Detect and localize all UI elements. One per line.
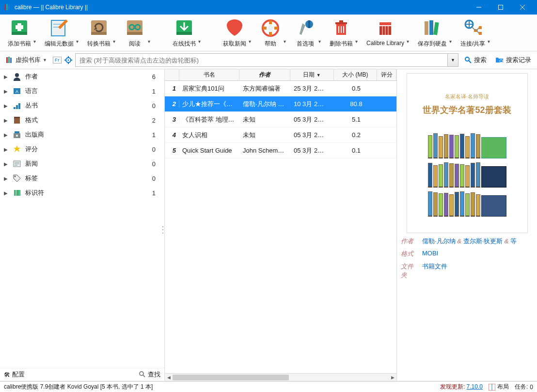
- toolbar-add-books[interactable]: 添加书籍▾: [3, 16, 36, 49]
- author-link[interactable]: 查尔斯·狄更斯: [463, 237, 503, 245]
- toolbar-edit-meta[interactable]: 编辑元数据▾: [40, 16, 79, 49]
- svg-rect-71: [16, 105, 18, 109]
- folder-link[interactable]: 书籍文件: [422, 263, 447, 270]
- sidebar-item-publisher[interactable]: ▶出版商1: [0, 127, 164, 142]
- search-dropdown-button[interactable]: ▼: [448, 53, 458, 67]
- column-header-rating[interactable]: 评分: [377, 69, 396, 80]
- toolbar-library[interactable]: Calibre Library▾: [362, 16, 409, 49]
- svg-rect-10: [16, 25, 23, 29]
- svg-rect-37: [379, 22, 391, 25]
- sidebar-item-label: 格式: [25, 116, 148, 125]
- author-link[interactable]: 儒勒·凡尔纳: [422, 237, 456, 245]
- toolbar-label: 添加书籍: [8, 40, 31, 48]
- sidebar-item-count: 1: [152, 131, 160, 139]
- sidebar-item-count: 0: [152, 102, 160, 110]
- status-bar: calibre便携版 7.9创建者 Kovid Goyal [5 本书, 选中了…: [0, 381, 537, 392]
- cell-title: 女人识相: [179, 131, 240, 140]
- svg-line-52: [477, 28, 479, 31]
- author-link[interactable]: 等: [510, 237, 517, 245]
- jobs-indicator[interactable]: 任务: 0: [515, 383, 533, 391]
- toolbar-find-online[interactable]: 在线找书▾: [168, 16, 201, 49]
- table-row[interactable]: 5Quick Start GuideJohn Schem…05 3月 2…0.1: [165, 143, 396, 158]
- toolbar-convert[interactable]: 转换书籍▾: [82, 16, 115, 49]
- table-row[interactable]: 3《百科荟萃 地理…未知05 3月 2…5.1: [165, 112, 396, 127]
- find-label: 查找: [148, 370, 160, 379]
- toolbar-save-disk[interactable]: 保存到硬盘▾: [413, 16, 452, 49]
- folder-search-icon: [495, 56, 504, 64]
- cell-index: 1: [165, 85, 179, 92]
- window-title: calibre — || Calibre Library ||: [15, 4, 468, 11]
- update-version-link[interactable]: 7.10.0: [467, 383, 483, 390]
- toolbar-help[interactable]: 帮助▾: [255, 16, 286, 49]
- svg-text:A: A: [16, 89, 18, 94]
- search-button[interactable]: 搜索: [461, 55, 490, 65]
- column-header-size[interactable]: 大小 (MB): [334, 69, 378, 80]
- svg-point-77: [16, 135, 18, 137]
- column-header-index[interactable]: [165, 69, 179, 80]
- search-history-button[interactable]: 搜索记录: [492, 55, 534, 65]
- chevron-down-icon: ▾: [284, 39, 286, 44]
- author-links: 儒勒·凡尔纳 & 查尔斯·狄更斯 & 等: [422, 237, 517, 246]
- cell-size: 5.1: [334, 116, 378, 123]
- sidebar-item-author[interactable]: ▶作者6: [0, 69, 164, 84]
- table-row[interactable]: 1居家宝典101问东方闻睿编著25 3月 2…0.5: [165, 81, 396, 96]
- configure-button[interactable]: 🛠 配置: [4, 370, 25, 379]
- minimize-button[interactable]: [468, 0, 490, 15]
- toolbar-connect[interactable]: 连接/共享▾: [456, 16, 490, 49]
- publisher-icon: [13, 130, 21, 139]
- tag-browser: ▶作者6▶A语言1▶丛书0▶格式2▶出版商1▶评分0▶新闻0▶标签0▶标识符1 …: [0, 69, 165, 381]
- maximize-button[interactable]: [490, 0, 511, 15]
- sidebar-item-series[interactable]: ▶丛书0: [0, 98, 164, 113]
- sidebar-item-format[interactable]: ▶格式2: [0, 113, 164, 127]
- chevron-down-icon: ▾: [249, 39, 251, 44]
- toolbar-fetch-news[interactable]: 获取新闻▾: [218, 16, 251, 49]
- search-input[interactable]: [75, 53, 448, 67]
- layout-button[interactable]: 布局: [489, 383, 509, 391]
- sidebar-item-lang[interactable]: ▶A语言1: [0, 84, 164, 98]
- sidebar-item-news[interactable]: ▶新闻0: [0, 157, 164, 171]
- chevron-down-icon: ▾: [33, 39, 36, 44]
- cover-image[interactable]: 名家名译·名师导读 世界文学名著52册套装: [407, 73, 528, 233]
- table-row[interactable]: 4女人识相未知05 3月 2…0.2: [165, 127, 396, 143]
- svg-rect-8: [12, 32, 27, 35]
- column-header-author[interactable]: 作者: [239, 69, 290, 80]
- svg-rect-30: [308, 20, 310, 28]
- author-icon: [13, 72, 21, 81]
- sidebar-item-rating[interactable]: ▶评分0: [0, 142, 164, 157]
- cell-title: Quick Start Guide: [179, 147, 240, 154]
- toolbar-delete[interactable]: 删除书籍▾: [325, 16, 358, 49]
- scroll-right-button[interactable]: ▶: [389, 374, 396, 381]
- find-online-icon: [174, 17, 195, 39]
- splitter-handle[interactable]: [162, 225, 165, 235]
- fulltext-search-button[interactable]: FT: [53, 57, 62, 63]
- toolbar-label: 保存到硬盘: [418, 40, 447, 48]
- horizontal-scrollbar[interactable]: ◀ ▶: [165, 373, 396, 381]
- format-icon: [13, 116, 21, 125]
- save-disk-icon: [422, 17, 443, 39]
- find-button[interactable]: 查找: [139, 370, 160, 379]
- advanced-search-gear-icon[interactable]: [64, 56, 72, 64]
- main-toolbar: 添加书籍▾编辑元数据▾转换书籍▾阅读▾在线找书▾获取新闻▾帮助▾首选项▾删除书籍…: [0, 15, 537, 51]
- scroll-left-button[interactable]: ◀: [165, 374, 173, 381]
- column-header-title[interactable]: 书名: [179, 69, 239, 80]
- format-link[interactable]: MOBI: [422, 250, 438, 257]
- search-history-label: 搜索记录: [506, 56, 531, 64]
- delete-icon: [331, 17, 352, 39]
- update-notice[interactable]: 发现更新: 7.10.0: [440, 383, 483, 391]
- toolbar-prefs[interactable]: 首选项▾: [290, 16, 321, 49]
- toolbar-view[interactable]: 阅读▾: [119, 16, 150, 49]
- close-button[interactable]: [511, 0, 533, 15]
- svg-line-64: [469, 61, 471, 63]
- chevron-down-icon: ▼: [451, 58, 455, 63]
- virtual-library-button[interactable]: 虚拟书库 ▼: [3, 55, 50, 65]
- sidebar-item-tags[interactable]: ▶标签0: [0, 171, 164, 186]
- table-row[interactable]: 2少儿★推荐一《…儒勒·凡尔纳 &…10 3月 2…80.8: [165, 96, 396, 112]
- sidebar-item-ids[interactable]: ▶标识符1: [0, 186, 164, 200]
- column-header-date[interactable]: 日期▼: [290, 69, 334, 80]
- svg-rect-15: [91, 32, 107, 35]
- chevron-down-icon: ▾: [318, 39, 321, 44]
- svg-line-89: [143, 375, 145, 377]
- cell-index: 2: [165, 100, 179, 108]
- sidebar-item-label: 新闻: [25, 159, 148, 168]
- svg-rect-17: [127, 32, 142, 35]
